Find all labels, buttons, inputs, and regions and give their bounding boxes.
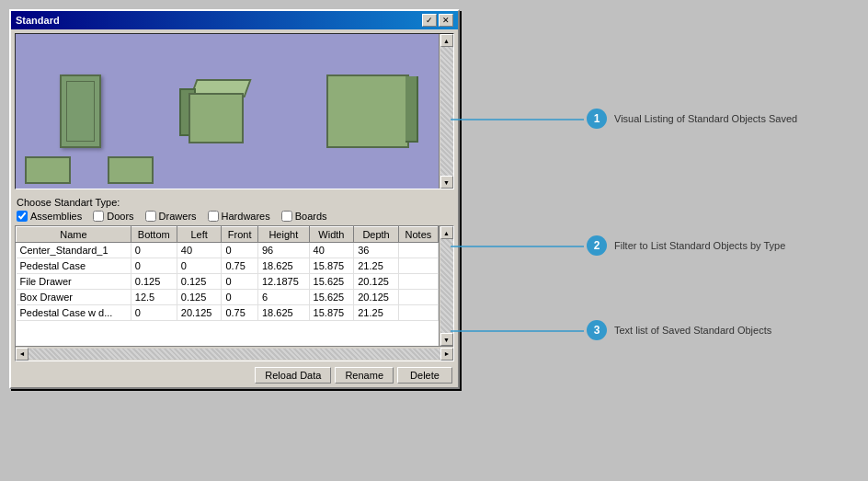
- table-scroll-down[interactable]: ▼: [440, 333, 453, 346]
- drawers-checkbox[interactable]: [145, 211, 156, 222]
- cabinet-door-icon: [60, 74, 101, 148]
- checkbox-doors[interactable]: Doors: [93, 211, 133, 222]
- cell-row1-col0: Pedestal Case: [17, 258, 131, 274]
- cell-row1-col3: 0.75: [222, 258, 258, 274]
- cabinet-box-icon: [179, 79, 248, 143]
- table-header-row: Name Bottom Left Front Height Width Dept…: [17, 227, 439, 243]
- table-scrollbar-v[interactable]: ▲ ▼: [439, 226, 453, 346]
- assemblies-checkbox[interactable]: [17, 211, 28, 222]
- hscroll-right[interactable]: ►: [440, 348, 453, 361]
- buttons-row: Reload Data Rename Delete: [11, 363, 458, 387]
- thumbnail-large-cabinet[interactable]: [326, 74, 409, 148]
- cell-row4-col6: 21.25: [354, 305, 399, 321]
- col-bottom[interactable]: Bottom: [131, 227, 177, 243]
- cell-row0-col0: Center_Standard_1: [17, 243, 131, 258]
- ok-button[interactable]: ✓: [422, 14, 437, 27]
- cell-row2-col1: 0.125: [131, 274, 177, 290]
- cell-row1-col5: 15.875: [309, 258, 354, 274]
- cell-row3-col3: 0: [222, 290, 258, 305]
- cell-row0-col6: 36: [354, 243, 399, 258]
- visual-panel: ▲ ▼: [15, 33, 454, 189]
- cell-row1-col1: 0: [131, 258, 177, 274]
- col-depth[interactable]: Depth: [354, 227, 399, 243]
- callout-1: 1 Visual Listing of Standard Objects Sav…: [587, 109, 797, 129]
- callout-2-text: Filter to List Standard Objects by Type: [614, 240, 785, 251]
- cell-row2-col3: 0: [222, 274, 258, 290]
- cell-row2-col4: 12.1875: [257, 274, 309, 290]
- cell-row3-col1: 12.5: [131, 290, 177, 305]
- doors-checkbox[interactable]: [93, 211, 104, 222]
- cell-row4-col2: 20.125: [177, 305, 222, 321]
- table-row[interactable]: Center_Standard_10400964036: [17, 243, 439, 258]
- reload-button[interactable]: Reload Data: [255, 367, 331, 384]
- cell-row0-col5: 40: [309, 243, 354, 258]
- cell-row0-col1: 0: [131, 243, 177, 258]
- table-row[interactable]: File Drawer0.1250.125012.187515.62520.12…: [17, 274, 439, 290]
- col-name[interactable]: Name: [17, 227, 131, 243]
- table-section: Name Bottom Left Front Height Width Dept…: [15, 225, 454, 361]
- scroll-down-button[interactable]: ▼: [440, 176, 453, 189]
- cell-row2-col5: 15.625: [309, 274, 354, 290]
- col-width[interactable]: Width: [309, 227, 354, 243]
- close-button[interactable]: ✕: [439, 14, 453, 27]
- scroll-track[interactable]: [440, 47, 453, 176]
- thumbnail-bottom-row: [25, 156, 154, 184]
- type-label: Choose Standart Type:: [17, 197, 452, 208]
- cell-row3-col4: 6: [257, 290, 309, 305]
- visual-panel-scrollbar[interactable]: ▲ ▼: [439, 34, 453, 189]
- small-cabinet-1[interactable]: [25, 156, 71, 184]
- checkbox-hardwares[interactable]: Hardwares: [208, 211, 270, 222]
- data-table: Name Bottom Left Front Height Width Dept…: [16, 226, 439, 321]
- cell-row4-col4: 18.625: [257, 305, 309, 321]
- col-height[interactable]: Height: [257, 227, 309, 243]
- cell-row3-col5: 15.625: [309, 290, 354, 305]
- table-body: Center_Standard_10400964036Pedestal Case…: [17, 243, 439, 321]
- cell-row0-col3: 0: [222, 243, 258, 258]
- assemblies-label: Assemblies: [30, 211, 82, 222]
- hardwares-checkbox[interactable]: [208, 211, 219, 222]
- cell-row3-col7: [398, 290, 438, 305]
- callout-1-text: Visual Listing of Standard Objects Saved: [614, 113, 797, 124]
- col-notes[interactable]: Notes: [398, 227, 438, 243]
- cell-row0-col7: [398, 243, 438, 258]
- col-left[interactable]: Left: [177, 227, 222, 243]
- callout-3-text: Text list of Saved Standard Objects: [614, 325, 771, 336]
- cell-row3-col2: 0.125: [177, 290, 222, 305]
- callout-3-number: 3: [587, 320, 607, 340]
- scroll-up-button[interactable]: ▲: [440, 34, 453, 47]
- doors-label: Doors: [107, 211, 133, 222]
- hscroll-left[interactable]: ◄: [16, 348, 29, 361]
- table-row[interactable]: Pedestal Case000.7518.62515.87521.25: [17, 258, 439, 274]
- cell-row0-col4: 96: [257, 243, 309, 258]
- table-wrapper: Name Bottom Left Front Height Width Dept…: [16, 226, 453, 346]
- delete-button[interactable]: Delete: [397, 367, 452, 384]
- table-row[interactable]: Pedestal Case w d...020.1250.7518.62515.…: [17, 305, 439, 321]
- cell-row4-col0: Pedestal Case w d...: [17, 305, 131, 321]
- hardwares-label: Hardwares: [222, 211, 270, 222]
- window-title: Standard: [16, 15, 60, 26]
- main-window: Standard ✓ ✕: [9, 9, 460, 389]
- table-scroll-up[interactable]: ▲: [440, 226, 453, 239]
- small-cabinet-2[interactable]: [108, 156, 154, 184]
- cell-row3-col6: 20.125: [354, 290, 399, 305]
- table-scroll-track[interactable]: [440, 239, 453, 333]
- table-hscrollbar[interactable]: ◄ ►: [16, 346, 453, 361]
- checkbox-assemblies[interactable]: Assemblies: [17, 211, 82, 222]
- boards-checkbox[interactable]: [281, 211, 292, 222]
- rename-button[interactable]: Rename: [335, 367, 394, 384]
- cell-row4-col3: 0.75: [222, 305, 258, 321]
- col-front[interactable]: Front: [222, 227, 258, 243]
- cell-row0-col2: 40: [177, 243, 222, 258]
- checkboxes-container: Assemblies Doors Drawers Hardwares Board…: [17, 211, 452, 222]
- cell-row2-col2: 0.125: [177, 274, 222, 290]
- thumbnail-cabinet[interactable]: [179, 79, 248, 143]
- cell-row2-col7: [398, 274, 438, 290]
- table-row[interactable]: Box Drawer12.50.1250615.62520.125: [17, 290, 439, 305]
- cell-row4-col5: 15.875: [309, 305, 354, 321]
- cell-row1-col4: 18.625: [257, 258, 309, 274]
- checkbox-boards[interactable]: Boards: [281, 211, 327, 222]
- hscroll-track[interactable]: [29, 349, 440, 360]
- thumbnail-door[interactable]: [60, 74, 101, 148]
- cabinet-large-icon: [326, 74, 409, 148]
- checkbox-drawers[interactable]: Drawers: [145, 211, 197, 222]
